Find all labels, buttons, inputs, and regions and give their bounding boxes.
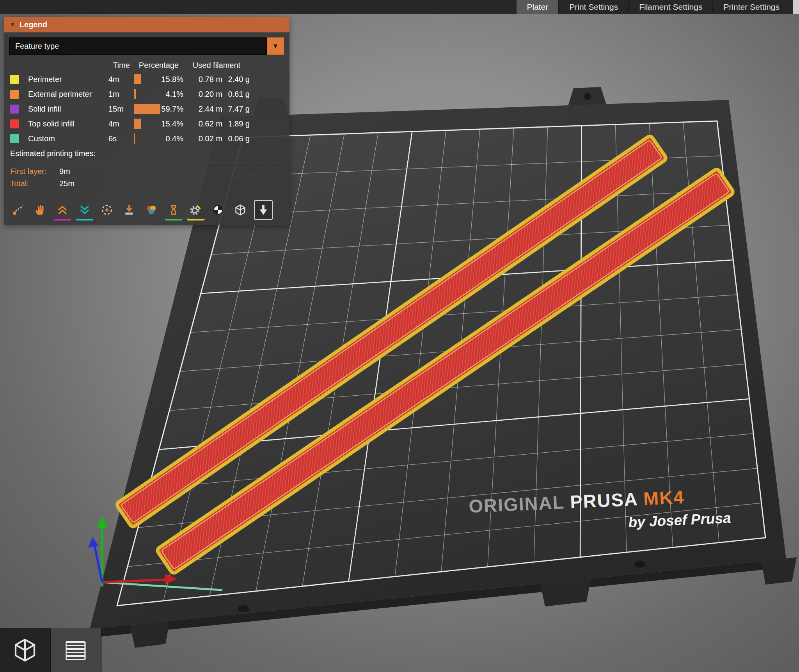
view-type-select[interactable]: Feature type ▼ <box>9 37 284 55</box>
tab-print-settings[interactable]: Print Settings <box>559 0 628 14</box>
3d-view-button[interactable] <box>0 628 51 672</box>
feature-time: 6s <box>108 134 134 143</box>
layers-stack-icon <box>62 636 90 664</box>
feature-label: Perimeter <box>28 75 108 84</box>
travels-icon[interactable] <box>9 201 27 219</box>
legend-header[interactable]: ▼ Legend <box>4 17 289 32</box>
legend-collapse-icon[interactable]: ▼ <box>9 21 16 28</box>
filament-length: 2.44 m <box>183 105 222 114</box>
dropdown-arrow-icon[interactable]: ▼ <box>267 37 284 55</box>
tab-filament-settings[interactable]: Filament Settings <box>629 0 712 14</box>
legend-panel: ▼ Legend Feature type ▼ Time Percentage … <box>4 17 289 225</box>
feature-time: 1m <box>108 90 134 99</box>
top-bar: Plater Print Settings Filament Settings … <box>0 0 799 14</box>
legend-row-custom: Custom 6s 0.4% 0.02 m 0.06 g <box>4 131 289 146</box>
filament-length: 0.02 m <box>183 134 222 143</box>
filament-length: 0.78 m <box>183 75 222 84</box>
cube-3d-icon <box>11 636 39 664</box>
col-percentage: Percentage <box>134 61 183 70</box>
first-layer-value: 9m <box>59 167 70 176</box>
feature-label: Solid infill <box>28 105 108 114</box>
total-time: Total: 25m <box>4 178 289 190</box>
app-window: Plater Print Settings Filament Settings … <box>0 0 799 672</box>
legend-row-external-perimeter: External perimeter 1m 4.1% 0.20 m 0.61 g <box>4 87 289 101</box>
feature-color-swatch <box>10 134 19 143</box>
window-corner-handle <box>793 0 799 14</box>
deretractions-icon[interactable] <box>76 201 93 219</box>
tool-marker-icon[interactable] <box>254 200 273 220</box>
feature-label: External perimeter <box>28 90 108 99</box>
legend-toolbar <box>4 196 289 225</box>
shells-icon[interactable] <box>232 201 249 219</box>
feature-color-swatch <box>10 119 19 128</box>
feature-time: 15m <box>108 105 134 114</box>
feature-color-swatch <box>10 90 19 99</box>
wipe-icon[interactable] <box>32 201 49 219</box>
feature-color-swatch <box>10 75 19 84</box>
legend-row-perimeter: Perimeter 4m 15.8% 0.78 m 2.40 g <box>4 72 289 87</box>
tool-changes-icon[interactable] <box>121 201 138 219</box>
legend-title: Legend <box>20 20 47 29</box>
pause-prints-icon[interactable] <box>165 201 182 219</box>
separator <box>9 193 284 193</box>
percentage-bar <box>134 133 135 144</box>
separator <box>9 162 284 162</box>
custom-gcodes-icon[interactable] <box>187 201 204 219</box>
first-layer-time: First layer: 9m <box>4 165 289 178</box>
filament-weight: 1.89 g <box>222 119 250 128</box>
feature-time: 4m <box>108 119 134 128</box>
percentage-bar <box>134 89 136 99</box>
percentage-cell: 59.7% <box>134 101 183 116</box>
percentage-cell: 15.8% <box>134 72 183 87</box>
estimated-times-title: Estimated printing times: <box>4 146 289 159</box>
percentage-cell: 4.1% <box>134 87 183 101</box>
tab-plater[interactable]: Plater <box>517 0 558 14</box>
center-of-gravity-icon[interactable] <box>210 201 227 219</box>
first-layer-label: First layer: <box>10 167 59 176</box>
bed-screw-hole <box>634 561 645 568</box>
brand-prusa: PRUSA <box>564 488 644 512</box>
percentage-bar <box>134 104 160 114</box>
layers-view-button[interactable] <box>51 628 101 672</box>
filament-weight: 7.47 g <box>222 105 250 114</box>
percentage-cell: 15.4% <box>134 116 183 131</box>
brand-mk4: MK4 <box>643 487 685 509</box>
tab-printer-settings[interactable]: Printer Settings <box>713 0 790 14</box>
bed-screw-hole <box>238 605 249 612</box>
color-changes-icon[interactable] <box>143 201 160 219</box>
col-used-filament: Used filament <box>183 61 250 70</box>
legend-row-top-solid-infill: Top solid infill 4m 15.4% 0.62 m 1.89 g <box>4 116 289 131</box>
view-type-value[interactable]: Feature type <box>9 37 267 55</box>
settings-tabs: Plater Print Settings Filament Settings … <box>517 0 799 14</box>
feature-time: 4m <box>108 75 134 84</box>
retractions-icon[interactable] <box>54 201 71 219</box>
filament-weight: 0.06 g <box>222 134 250 143</box>
col-time: Time <box>108 61 134 70</box>
percentage-bar <box>134 74 141 84</box>
filament-weight: 0.61 g <box>222 90 250 99</box>
total-value: 25m <box>59 179 75 188</box>
view-mode-switch <box>0 628 101 672</box>
total-label: Total: <box>10 179 59 188</box>
seams-icon[interactable] <box>98 201 115 219</box>
legend-column-headers: Time Percentage Used filament <box>4 59 289 72</box>
filament-weight: 2.40 g <box>222 75 250 84</box>
feature-label: Custom <box>28 134 108 143</box>
legend-row-solid-infill: Solid infill 15m 59.7% 2.44 m 7.47 g <box>4 101 289 116</box>
feature-color-swatch <box>10 105 19 114</box>
percentage-bar <box>134 119 141 129</box>
filament-length: 0.62 m <box>183 119 222 128</box>
bed-mount-hole <box>584 93 591 100</box>
brand-original: ORIGINAL <box>468 492 565 517</box>
filament-length: 0.20 m <box>183 90 222 99</box>
percentage-cell: 0.4% <box>134 131 183 146</box>
feature-label: Top solid infill <box>28 119 108 128</box>
